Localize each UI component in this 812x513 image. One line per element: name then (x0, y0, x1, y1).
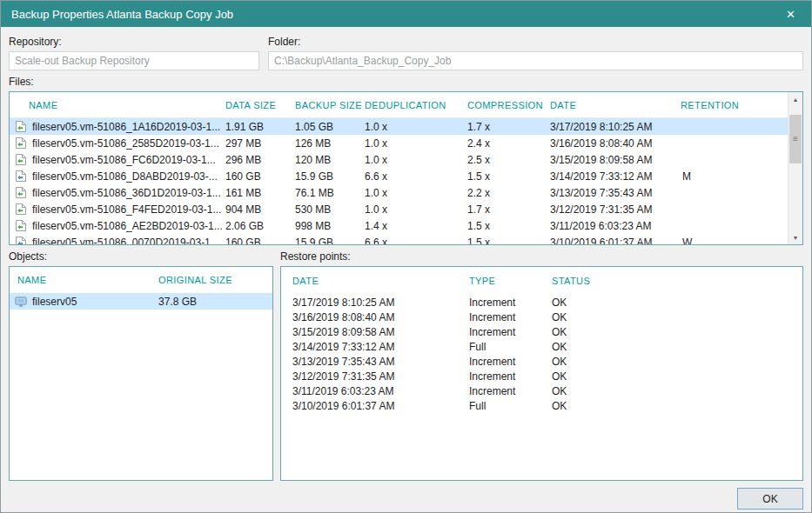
files-label: Files: (9, 76, 803, 88)
compression-cell: 1.5 x (464, 170, 547, 183)
table-row[interactable]: fileserv05.vm-51086_AE2BD2019-03-1...2.0… (10, 217, 788, 234)
restore-point-row[interactable]: 3/12/2019 7:31:35 AMIncrementOK (281, 369, 802, 383)
name-cell: fileserv05.vm-51086_FC6D2019-03-1... (10, 153, 222, 166)
restore-point-row[interactable]: 3/13/2019 7:35:43 AMIncrementOK (281, 354, 802, 369)
column-header[interactable]: DATE (547, 100, 677, 110)
column-header[interactable]: COMPRESSION (464, 100, 547, 110)
backup-size-cell: 530 MB (292, 203, 361, 216)
column-header[interactable]: STATUS (548, 276, 802, 286)
folder-field-group: Folder: (268, 32, 803, 70)
restore-status-cell: OK (548, 296, 802, 309)
data-size-cell: 297 MB (222, 137, 292, 150)
column-header[interactable]: BACKUP SIZE (292, 100, 361, 110)
restore-date-cell: 3/16/2019 8:08:40 AM (289, 311, 466, 323)
original-size-cell: 37.8 GB (155, 296, 272, 308)
column-header[interactable]: DATA SIZE (222, 100, 292, 110)
column-header[interactable]: TYPE (466, 276, 548, 286)
restore-point-row[interactable]: 3/14/2019 7:33:12 AMFullOK (281, 339, 802, 354)
files-table: NAMEDATA SIZEBACKUP SIZEDEDUPLICATIONCOM… (9, 91, 803, 245)
restore-status-cell: OK (548, 341, 802, 353)
objects-table-body: fileserv0537.8 GB (10, 293, 272, 310)
folder-input[interactable] (268, 51, 803, 70)
column-header[interactable]: NAME (10, 275, 155, 285)
table-row[interactable]: fileserv05.vm-51086_0070D2019-03-1...160… (10, 234, 788, 245)
data-size-cell: 2.06 GB (222, 220, 292, 232)
restore-point-row[interactable]: 3/17/2019 8:10:25 AMIncrementOK (281, 295, 802, 310)
file-name: fileserv05.vm-51086_36D1D2019-03-1... (32, 187, 221, 199)
deduplication-cell: 1.0 x (361, 121, 464, 133)
restore-type-cell: Increment (466, 296, 548, 309)
table-row[interactable]: fileserv05.vm-51086_1A16D2019-03-1...1.9… (10, 118, 788, 135)
column-header[interactable]: RETENTION (677, 100, 788, 110)
table-row[interactable]: fileserv05.vm-51086_F4FED2019-03-1...904… (10, 201, 788, 217)
scrollbar-thumb[interactable]: ≡ (789, 115, 802, 163)
dialog-content: Repository: Folder: Files: NAMEDATA SIZE… (1, 27, 811, 510)
file-name: fileserv05.vm-51086_1A16D2019-03-1... (32, 121, 220, 133)
restore-date-cell: 3/15/2019 8:09:58 AM (289, 326, 466, 338)
backup-file-icon (14, 219, 27, 232)
files-header: NAMEDATA SIZEBACKUP SIZEDEDUPLICATIONCOM… (10, 92, 788, 118)
object-name: fileserv05 (32, 296, 77, 308)
backup-file-icon (14, 203, 27, 216)
object-name-cell: fileserv05 (10, 295, 155, 308)
date-cell: 3/11/2019 6:03:23 AM (547, 220, 677, 232)
repository-field-group: Repository: (9, 32, 259, 70)
scroll-down-icon[interactable]: ▼ (789, 230, 802, 244)
files-scrollbar[interactable]: ▲ ≡ ▼ (788, 92, 802, 244)
table-row[interactable]: fileserv05.vm-51086_36D1D2019-03-1...161… (10, 184, 788, 201)
deduplication-cell: 1.0 x (361, 187, 464, 199)
scroll-up-icon[interactable]: ▲ (789, 92, 802, 106)
restore-type-cell: Increment (466, 311, 548, 323)
compression-cell: 1.5 x (464, 237, 547, 246)
restore-date-cell: 3/13/2019 7:35:43 AM (289, 356, 466, 368)
file-name: fileserv05.vm-51086_F4FED2019-03-1... (32, 203, 221, 216)
date-cell: 3/15/2019 8:09:58 AM (547, 154, 677, 166)
file-name: fileserv05.vm-51086_0070D2019-03-1... (32, 237, 219, 246)
restore-type-cell: Increment (466, 370, 548, 383)
restore-point-row[interactable]: 3/16/2019 8:08:40 AMIncrementOK (281, 310, 802, 324)
restore-point-row[interactable]: 3/10/2019 6:01:37 AMFullOK (281, 398, 802, 413)
objects-label: Objects: (9, 250, 273, 263)
backup-file-icon (14, 120, 27, 133)
compression-cell: 2.5 x (464, 154, 547, 166)
data-size-cell: 160 GB (222, 170, 292, 183)
column-header[interactable]: DATE (289, 276, 466, 286)
backup-file-icon (14, 236, 27, 245)
compression-cell: 1.7 x (464, 203, 547, 216)
file-name: fileserv05.vm-51086_2585D2019-03-1... (32, 137, 219, 150)
repository-input[interactable] (9, 51, 259, 70)
column-header[interactable]: ORIGINAL SIZE (155, 275, 272, 285)
restore-point-row[interactable]: 3/15/2019 8:09:58 AMIncrementOK (281, 324, 802, 339)
vm-icon (14, 295, 27, 308)
restore-points-section: DATETYPESTATUS 3/17/2019 8:10:25 AMIncre… (280, 266, 803, 481)
objects-table: NAMEORIGINAL SIZE fileserv0537.8 GB (9, 266, 273, 481)
objects-section: NAMEORIGINAL SIZE fileserv0537.8 GB (9, 266, 273, 481)
window-title: Backup Properties Atlanta Backup Copy Jo… (11, 8, 233, 21)
data-size-cell: 904 MB (222, 203, 292, 216)
date-cell: 3/16/2019 8:08:40 AM (547, 137, 677, 150)
restore-date-cell: 3/17/2019 8:10:25 AM (289, 296, 466, 309)
restore-point-row[interactable]: 3/11/2019 6:03:23 AMIncrementOK (281, 383, 802, 398)
restore-status-cell: OK (548, 385, 802, 397)
name-cell: fileserv05.vm-51086_F4FED2019-03-1... (10, 203, 222, 216)
column-header[interactable]: NAME (10, 100, 222, 110)
titlebar: Backup Properties Atlanta Backup Copy Jo… (1, 1, 811, 27)
restore-status-cell: OK (548, 370, 802, 383)
table-row[interactable]: fileserv05.vm-51086_FC6D2019-03-1...296 … (10, 151, 788, 168)
column-header[interactable]: DEDUPLICATION (361, 100, 464, 110)
backup-size-cell: 76.1 MB (292, 187, 361, 199)
table-row[interactable]: fileserv05.vm-51086_D8ABD2019-03-...160 … (10, 168, 788, 184)
table-row[interactable]: fileserv0537.8 GB (10, 293, 272, 310)
restore-points-label: Restore points: (280, 250, 351, 263)
compression-cell: 1.5 x (464, 220, 547, 232)
close-icon[interactable]: ✕ (781, 6, 801, 23)
table-row[interactable]: fileserv05.vm-51086_2585D2019-03-1...297… (10, 135, 788, 151)
restore-type-cell: Increment (466, 356, 548, 368)
objects-header: NAMEORIGINAL SIZE (10, 267, 272, 293)
backup-file-icon (14, 186, 27, 199)
restore-date-cell: 3/10/2019 6:01:37 AM (289, 400, 466, 412)
name-cell: fileserv05.vm-51086_2585D2019-03-1... (10, 137, 222, 150)
ok-button[interactable]: OK (737, 488, 803, 510)
restore-status-cell: OK (548, 400, 802, 412)
repository-label: Repository: (9, 36, 259, 48)
